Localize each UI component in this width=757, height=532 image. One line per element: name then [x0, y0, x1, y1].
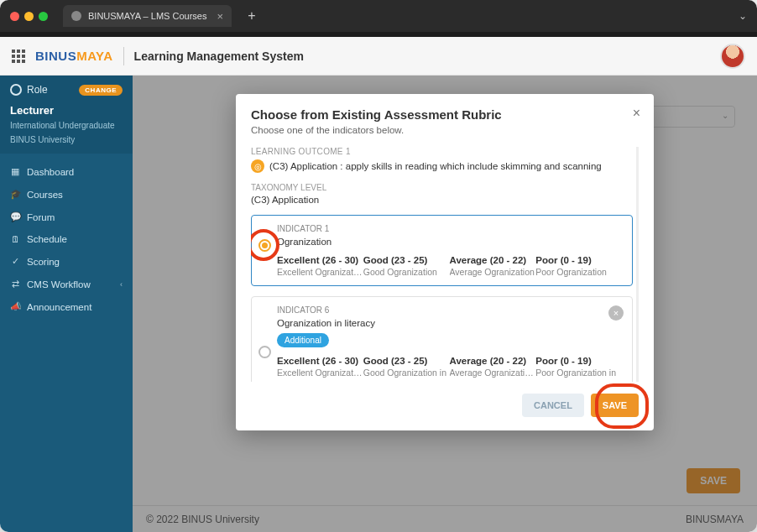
sidebar-item-courses[interactable]: 🎓Courses [0, 183, 133, 206]
level-average: Average (20 - 22)Average Ogranization [450, 255, 536, 277]
role-name: Lecturer [10, 104, 123, 117]
browser-window: BINUSMAYA – LMS Courses × + ⌄ BINUSMAYA … [0, 0, 757, 532]
sidebar-item-label: Announcement [27, 302, 91, 312]
app-body: Role CHANGE Lecturer International Under… [0, 76, 757, 532]
role-box: Role CHANGE Lecturer International Under… [0, 76, 133, 154]
sidebar-item-forum[interactable]: 💬Forum [0, 206, 133, 228]
divider [123, 47, 124, 65]
level-title: Average (20 - 22) [450, 356, 536, 366]
modal-title: Choose from Existing Assessment Rubric [251, 107, 639, 122]
levels-row: Excellent (26 - 30)Excellent Ogranizatio… [277, 255, 622, 277]
apps-grid-icon[interactable] [12, 50, 25, 63]
browser-tab[interactable]: BINUSMAYA – LMS Courses × [63, 5, 232, 27]
level-title: Average (20 - 22) [450, 255, 536, 265]
sidebar-item-label: Scoring [27, 257, 60, 267]
indicator-card[interactable]: × INDICATOR 6 Ogranization in literacy A… [251, 296, 633, 382]
taxonomy-label: TAXONOMY LEVEL [251, 183, 633, 192]
new-tab-button[interactable]: + [243, 8, 260, 23]
logo-part1: BINUS [35, 49, 76, 63]
remove-icon[interactable]: × [608, 305, 624, 321]
maximize-window-icon[interactable] [39, 12, 48, 21]
level-poor: Poor (0 - 19)Poor Ogranization in [535, 356, 622, 378]
level-average: Average (20 - 22)Average Ogranization in [450, 356, 536, 378]
role-icon [10, 84, 22, 96]
role-label: Role [27, 84, 48, 96]
sidebar-item-label: Dashboard [27, 167, 74, 177]
nav: ▦Dashboard 🎓Courses 💬Forum 🗓Schedule ✓Sc… [0, 154, 133, 325]
avatar[interactable] [720, 44, 745, 69]
browser-chrome: BINUSMAYA – LMS Courses × + ⌄ [0, 0, 757, 32]
scoring-icon: ✓ [10, 256, 20, 267]
close-icon[interactable]: × [633, 106, 640, 121]
modal-overlay: × Choose from Existing Assessment Rubric… [133, 76, 757, 532]
tab-overflow-icon[interactable]: ⌄ [739, 10, 747, 22]
target-icon: ◎ [251, 159, 264, 173]
indicator-card[interactable]: INDICATOR 1 Ogranization Excellent (26 -… [251, 215, 633, 286]
level-title: Excellent (26 - 30) [277, 255, 363, 265]
level-desc: Average Ogranization [450, 267, 536, 277]
level-desc: Excellent Ogranization [277, 267, 363, 277]
level-desc: Good Ogranization in [363, 368, 450, 378]
app-viewport: BINUSMAYA Learning Management System Rol… [0, 37, 757, 532]
sidebar-item-label: Courses [27, 190, 63, 200]
role-sub2: BINUS University [10, 134, 123, 145]
courses-icon: 🎓 [10, 189, 20, 200]
radio-selected[interactable] [258, 239, 271, 252]
window-controls [10, 12, 48, 21]
level-title: Good (23 - 25) [363, 255, 450, 265]
level-excellent: Excellent (26 - 30)Excellent Ogranizatio… [277, 255, 363, 277]
forum-icon: 💬 [10, 211, 20, 222]
modal-scroll[interactable]: LEARNING OUTCOME 1 ◎ (C3) Application : … [251, 147, 639, 382]
radio-unselected[interactable] [258, 346, 271, 358]
system-title: Learning Management System [134, 50, 304, 63]
additional-badge: Additional [277, 333, 329, 347]
dashboard-icon: ▦ [10, 166, 20, 177]
indicator-label: INDICATOR 1 [277, 224, 622, 233]
level-poor: Poor (0 - 19)Poor Ogranization [535, 255, 622, 277]
sidebar-item-label: Schedule [27, 234, 67, 244]
change-role-button[interactable]: CHANGE [79, 85, 123, 96]
sidebar-item-scoring[interactable]: ✓Scoring [0, 250, 133, 273]
levels-row: Excellent (26 - 30)Excellent Ogranizatio… [277, 356, 622, 378]
save-button-wrapper: SAVE [591, 394, 639, 417]
level-desc: Poor Ogranization [535, 267, 622, 277]
callout-ring-icon [598, 387, 645, 425]
close-tab-icon[interactable]: × [217, 10, 223, 23]
sidebar-item-dashboard[interactable]: ▦Dashboard [0, 160, 133, 183]
logo-part2: MAYA [76, 49, 112, 63]
chevron-left-icon: ‹ [120, 280, 123, 289]
indicator-label: INDICATOR 6 [277, 305, 622, 315]
close-window-icon[interactable] [10, 12, 19, 21]
announcement-icon: 📣 [10, 301, 20, 312]
tab-title: BINUSMAYA – LMS Courses [88, 11, 206, 21]
brand-logo: BINUSMAYA [35, 49, 113, 63]
level-excellent: Excellent (26 - 30)Excellent Ogranizatio… [277, 356, 363, 378]
role-sub1: International Undergraduate [10, 120, 123, 131]
sidebar-item-announcement[interactable]: 📣Announcement [0, 295, 133, 318]
favicon-icon [71, 11, 81, 21]
level-good: Good (23 - 25)Good Ogranization in [363, 356, 450, 378]
top-bar: BINUSMAYA Learning Management System [0, 37, 757, 76]
level-good: Good (23 - 25)Good Ogranization [363, 255, 450, 277]
indicator-title: Ogranization [277, 237, 622, 247]
level-desc: Excellent Ogranization [277, 368, 363, 378]
cancel-button[interactable]: CANCEL [522, 394, 584, 417]
level-desc: Average Ogranization in [450, 368, 536, 378]
indicator-title: Ogranization in literacy [277, 318, 622, 328]
level-title: Excellent (26 - 30) [277, 356, 363, 366]
taxonomy-value: (C3) Application [251, 195, 633, 205]
schedule-icon: 🗓 [10, 234, 20, 244]
learning-outcome-label: LEARNING OUTCOME 1 [251, 147, 633, 156]
level-desc: Good Ogranization [363, 267, 450, 277]
level-title: Good (23 - 25) [363, 356, 450, 366]
rubric-modal: × Choose from Existing Assessment Rubric… [236, 94, 654, 430]
workflow-icon: ⇄ [10, 279, 20, 289]
sidebar-item-schedule[interactable]: 🗓Schedule [0, 228, 133, 250]
sidebar: Role CHANGE Lecturer International Under… [0, 76, 133, 532]
modal-actions: CANCEL SAVE [251, 394, 639, 417]
sidebar-item-cms-workflow[interactable]: ⇄CMS Workflow‹ [0, 273, 133, 295]
minimize-window-icon[interactable] [24, 12, 34, 21]
level-title: Poor (0 - 19) [535, 356, 622, 366]
sidebar-item-label: Forum [27, 212, 55, 222]
level-title: Poor (0 - 19) [535, 255, 622, 265]
